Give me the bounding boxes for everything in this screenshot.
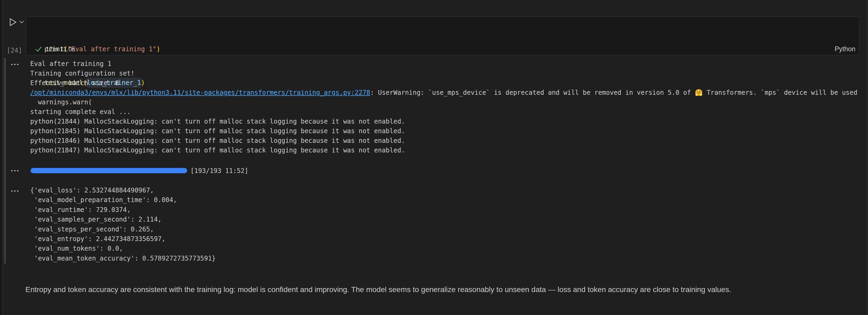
output-actions-icon[interactable] (11, 64, 19, 65)
output-warning-line: /opt/miniconda3/envs/mlx/lib/python3.11/… (30, 88, 857, 98)
progress-bar-fill (30, 168, 187, 173)
markdown-text: Entropy and token accuracy are consisten… (25, 285, 731, 294)
output-actions-icon[interactable] (11, 190, 19, 192)
dict-line: 'eval_entropy': 2.442734873356597, (30, 234, 216, 244)
dict-line: 'eval_steps_per_second': 0.265, (30, 224, 216, 234)
dict-line: 'eval_mean_token_accuracy': 0.5789272735… (30, 254, 216, 263)
cell-status-bar: 12m 11.0s (26, 43, 859, 55)
code-cell: print("Eval after training 1") test_mode… (26, 16, 859, 55)
dict-line: {'eval_loss': 2.532744884490967, (30, 185, 216, 195)
output-line: Effective batch size: 8 (30, 78, 857, 88)
output-actions-icon[interactable] (11, 170, 19, 171)
language-indicator[interactable]: Python (835, 45, 856, 53)
dict-line: 'eval_num_tokens': 0.0, (30, 244, 216, 253)
warning-file-link[interactable]: /opt/miniconda3/envs/mlx/lib/python3.11/… (30, 89, 370, 96)
execution-count-label: [24] (7, 47, 22, 54)
warning-text: : UserWarning: `use_mps_device` is depre… (370, 89, 858, 96)
output-focus-bar (4, 58, 6, 264)
markdown-cell: Entropy and token accuracy are consisten… (25, 285, 855, 294)
run-cell-button[interactable] (9, 18, 18, 27)
output-line: python(21844) MallocStackLogging: can't … (30, 117, 857, 126)
output-line: warnings.warn( (30, 98, 857, 107)
notebook-page: { "theme": { "background": "#1f1f1f", "c… (0, 0, 868, 315)
dict-line: 'eval_samples_per_second': 2.114, (30, 215, 216, 224)
output-line: Eval after training 1 (30, 59, 857, 69)
stream-output: Eval after training 1 Training configura… (30, 59, 857, 155)
play-icon (10, 19, 16, 26)
chevron-down-icon[interactable] (19, 21, 24, 24)
progress-bar (30, 168, 187, 173)
dict-line: 'eval_runtime': 729.0374, (30, 205, 216, 215)
output-line: Training configuration set! (30, 69, 857, 78)
progress-label: [193/193 11:52] (190, 167, 248, 174)
success-check-icon (35, 46, 42, 53)
dict-line: 'eval_model_preparation_time': 0.004, (30, 195, 216, 205)
left-margin-divider (2, 0, 3, 315)
output-line: python(21847) MallocStackLogging: can't … (30, 145, 857, 155)
result-dict-output: {'eval_loss': 2.532744884490967, 'eval_m… (30, 185, 216, 263)
left-margin-strip (0, 0, 2, 315)
output-line: starting complete eval ... (30, 107, 857, 117)
output-line: python(21845) MallocStackLogging: can't … (30, 126, 857, 136)
execution-duration: 12m 11.0s (46, 45, 75, 53)
output-line: python(21846) MallocStackLogging: can't … (30, 136, 857, 145)
right-border-line (867, 0, 867, 315)
